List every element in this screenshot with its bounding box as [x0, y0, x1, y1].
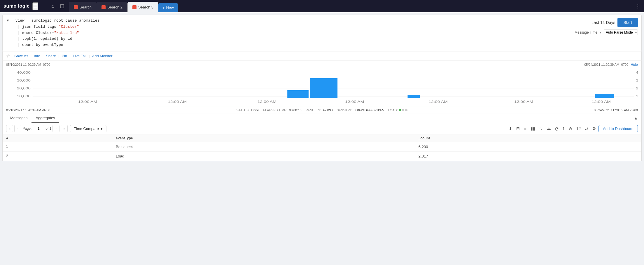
tab-search1[interactable]: Search — [69, 2, 97, 12]
svg-text:12:00 AM: 12:00 AM — [168, 100, 187, 103]
share-button[interactable]: Share — [44, 53, 58, 59]
prev-page-button[interactable]: ‹ — [14, 125, 21, 132]
table-body: 1 Bottleneck 6,200 2 Load 2,017 — [3, 142, 641, 161]
sep2: | — [42, 54, 44, 58]
svg-text:40,000: 40,000 — [17, 71, 31, 74]
hamburger-menu-button[interactable]: ☰ — [32, 2, 38, 10]
table-view-icon-button[interactable]: ⊞ — [514, 125, 522, 132]
table-row: 2 Load 2,017 — [3, 151, 641, 161]
live-tail-button[interactable]: Live Tail — [71, 53, 88, 59]
query-line4: | topk(1, updated) by id — [13, 36, 553, 42]
aggregates-tab[interactable]: Aggregates — [32, 113, 59, 123]
chart-bar-3[interactable] — [407, 95, 420, 98]
load-dot-3 — [405, 109, 407, 111]
tab-search3[interactable]: Search 3 — [127, 2, 158, 12]
pie-chart-icon-button[interactable]: ◔ — [553, 125, 560, 132]
svg-text:40,000: 40,000 — [636, 71, 638, 74]
query-expand-button[interactable]: ▼ — [6, 18, 10, 22]
time-compare-chevron-icon: ▾ — [101, 127, 103, 131]
row2-eventtype: Load — [112, 151, 415, 161]
download-icon-button[interactable]: ⬇ — [507, 125, 514, 132]
data-table: # eventType _count 1 Bottleneck 6,200 2 … — [3, 134, 641, 161]
table-toolbar: « ‹ Page: of 1 › » Time Compare ▾ ⬇ ⊞ ≡ … — [3, 123, 641, 134]
status-status: STATUS: Done — [237, 108, 259, 112]
sep1: | — [30, 54, 32, 58]
table-toolbar-icons: ⬇ ⊞ ≡ ▮▮ ∿ ⛰ ◔ ⫿ ⊙ 12 ⇄ ⚙ Add to Dashboa… — [507, 125, 638, 132]
chevron-down-icon: ▼ — [6, 18, 10, 22]
bar-chart-icon-button[interactable]: ▮▮ — [529, 125, 537, 132]
line-chart-icon-button[interactable]: ∿ — [538, 125, 545, 132]
tabs-area: Search Search 2 Search 3 + New — [69, 0, 635, 12]
auto-parse-select[interactable]: Auto Parse Mode — [604, 30, 638, 35]
pin-button[interactable]: Pin — [60, 53, 69, 59]
query-line3: | where Cluster="katta-lru" — [13, 30, 553, 36]
status-right-date: 05/24/2021 11:20:39 AM -0700 — [594, 108, 638, 112]
time-compare-label: Time Compare — [74, 127, 99, 131]
row2-count: 2,017 — [415, 151, 641, 161]
svg-text:12:00 AM: 12:00 AM — [514, 100, 533, 103]
table-row: 1 Bottleneck 6,200 — [3, 142, 641, 151]
search3-tab-icon — [132, 5, 136, 9]
area-chart-icon-button[interactable]: ⛰ — [545, 125, 553, 132]
add-monitor-button[interactable]: Add Monitor — [90, 53, 114, 59]
row1-count: 6,200 — [415, 142, 641, 151]
first-page-button[interactable]: « — [6, 125, 13, 132]
pivot-icon-button[interactable]: ⇄ — [583, 125, 590, 132]
toolbar-row: ☆ Save As | Info | Share | Pin | Live Ta… — [2, 51, 642, 61]
collapse-panel-button[interactable]: ▲ — [634, 116, 638, 120]
chart-bar-1[interactable] — [287, 90, 309, 98]
tab-search2-label: Search 2 — [107, 5, 123, 9]
save-as-button[interactable]: Save As — [13, 53, 30, 59]
load-dots — [399, 109, 407, 111]
row2-num: 2 — [3, 151, 112, 161]
svg-text:12:00 AM: 12:00 AM — [345, 100, 364, 103]
last-page-button[interactable]: » — [61, 125, 68, 132]
chart-bar-4[interactable] — [595, 94, 614, 98]
top-nav: sumo logic ☰ ⌂ ❑ Search Search 2 Search … — [0, 0, 644, 12]
combo-chart-icon-button[interactable]: ⫿ — [561, 125, 566, 132]
time-compare-button[interactable]: Time Compare ▾ — [70, 125, 106, 132]
columns-icon-button[interactable]: ≡ — [522, 125, 528, 132]
chart-container: 05/10/2021 11:20:39 AM -0700 05/24/2021 … — [2, 61, 642, 113]
search2-tab-icon — [102, 5, 106, 9]
page-input[interactable] — [33, 125, 44, 132]
hide-chart-button[interactable]: Hide — [631, 63, 638, 67]
new-tab-button[interactable]: + New — [158, 3, 178, 12]
time-range-row: Last 14 Days Start — [556, 18, 638, 27]
tab-search2[interactable]: Search 2 — [97, 2, 127, 12]
page-nav: « ‹ Page: of 1 › » — [6, 125, 68, 132]
search1-tab-icon — [74, 5, 78, 9]
number-icon-button[interactable]: 12 — [575, 125, 583, 132]
query-panel: ▼ _view = sumologic_root_cause_anomalies… — [2, 15, 642, 51]
bottom-tab-list: Messages Aggregates — [6, 113, 59, 123]
info-button[interactable]: Info — [32, 53, 42, 59]
chart-header: 05/10/2021 11:20:39 AM -0700 05/24/2021 … — [3, 61, 641, 67]
bottom-tabs-row: Messages Aggregates ▲ — [3, 113, 641, 123]
query-text: _view = sumologic_root_cause_anomalies |… — [13, 18, 553, 48]
new-tab-label: New — [166, 6, 174, 10]
add-to-dashboard-button[interactable]: Add to Dashboard — [598, 125, 638, 132]
more-options-button[interactable]: ⋮ — [635, 3, 640, 9]
svg-text:30,000: 30,000 — [636, 79, 638, 82]
table-header: # eventType _count — [3, 134, 641, 142]
query-right: Last 14 Days Start Message Time ▾ Auto P… — [556, 18, 638, 35]
query-line1: _view = sumologic_root_cause_anomalies — [13, 18, 553, 24]
favorite-star-button[interactable]: ☆ — [6, 53, 10, 59]
files-button[interactable]: ❑ — [58, 2, 66, 11]
page-label: Page: — [22, 127, 32, 131]
load-dot-1 — [399, 109, 401, 111]
settings-icon-button[interactable]: ⚙ — [591, 125, 598, 132]
new-tab-plus-icon: + — [162, 6, 165, 10]
svg-text:12:00 AM: 12:00 AM — [429, 100, 448, 103]
col-count: _count — [415, 134, 641, 142]
chart-bar-2[interactable] — [310, 78, 337, 98]
chart-date-end: 05/24/2021 11:20:39 AM -0700 — [584, 63, 628, 66]
next-page-button[interactable]: › — [52, 125, 60, 132]
messages-tab[interactable]: Messages — [6, 113, 32, 123]
start-button[interactable]: Start — [617, 18, 638, 27]
map-icon-button[interactable]: ⊙ — [567, 125, 574, 132]
home-button[interactable]: ⌂ — [49, 2, 57, 11]
parse-row: Message Time ▾ Auto Parse Mode — [575, 30, 638, 35]
brand-name: sumo logic — [4, 4, 29, 9]
nav-icons: ⌂ ❑ — [47, 2, 69, 11]
